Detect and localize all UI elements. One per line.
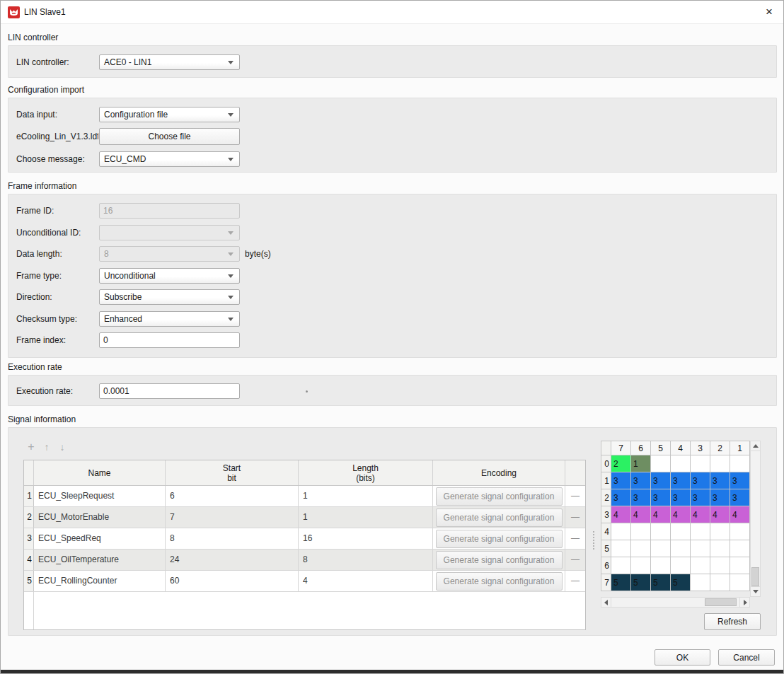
bit-grid-vertical-scrollbar[interactable] — [750, 441, 761, 597]
chevron-down-icon — [228, 296, 234, 299]
start-bit-cell[interactable]: 24 — [166, 550, 299, 570]
bit-cell — [730, 455, 750, 472]
start-bit-cell[interactable]: 60 — [166, 571, 299, 591]
signal-table: Name Startbit Length(bits) Encoding 1 EC… — [23, 460, 586, 630]
data-length-unit: byte(s) — [245, 249, 271, 259]
frame-id-input — [99, 203, 240, 219]
data-length-dropdown: 8 — [99, 246, 240, 262]
stray-dot — [306, 390, 308, 393]
lin-slave-dialog: LIN Slave1 × LIN controller LIN controll… — [0, 0, 784, 674]
choose-file-button[interactable]: Choose file — [99, 128, 240, 145]
bit-cell — [691, 455, 710, 472]
checksum-type-dropdown[interactable]: Enhanced — [99, 311, 240, 327]
choose-message-dropdown[interactable]: ECU_CMD — [99, 151, 240, 167]
scroll-up-icon[interactable] — [750, 441, 761, 451]
scroll-right-icon[interactable] — [739, 597, 750, 608]
bit-cell — [671, 455, 691, 472]
column-header-start-bit: Startbit — [166, 460, 299, 485]
start-bit-cell[interactable]: 7 — [166, 507, 299, 528]
chevron-down-icon — [228, 61, 234, 64]
refresh-button[interactable]: Refresh — [704, 613, 761, 630]
horizontal-scroll-thumb[interactable] — [705, 598, 737, 606]
lin-controller-dropdown[interactable]: ACE0 - LIN1 — [99, 54, 240, 70]
execution-rate-input[interactable] — [99, 383, 240, 399]
vertical-scroll-thumb[interactable] — [751, 567, 759, 586]
bit-cell — [691, 523, 710, 540]
cancel-button[interactable]: Cancel — [718, 649, 775, 666]
row-action-dash: — — [565, 486, 585, 506]
generate-signal-configuration-button: Generate signal configuration — [436, 572, 563, 591]
bit-grid-column-header: 3 — [691, 441, 710, 455]
scroll-left-icon[interactable] — [601, 597, 611, 608]
bit-cell: 1 — [631, 455, 651, 472]
bit-cell — [730, 574, 750, 591]
bit-cell: 4 — [710, 506, 730, 523]
row-action-dash: — — [565, 550, 585, 570]
bit-cell — [710, 455, 730, 472]
start-bit-cell[interactable]: 8 — [166, 528, 299, 549]
bit-grid-horizontal-scrollbar[interactable] — [601, 597, 750, 608]
generate-signal-configuration-button: Generate signal configuration — [436, 509, 563, 527]
frame-index-input[interactable] — [99, 332, 240, 348]
table-row: 5 ECU_RollingCounter 60 4 Generate signa… — [24, 571, 585, 592]
bit-cell: 4 — [691, 506, 710, 523]
bit-cell — [651, 540, 671, 557]
bit-grid-column-header: 6 — [631, 441, 651, 455]
start-bit-cell[interactable]: 6 — [166, 486, 299, 506]
table-row: 4 ECU_OilTemperature 24 8 Generate signa… — [24, 550, 585, 571]
table-row: 2 ECU_MotorEnable 7 1 Generate signal co… — [24, 507, 585, 528]
bit-grid-row-header: 5 — [601, 540, 611, 557]
frame-type-dropdown[interactable]: Unconditional — [99, 268, 240, 284]
bit-cell — [730, 540, 750, 557]
signal-name-cell[interactable]: ECU_OilTemperature — [34, 550, 166, 570]
bit-cell: 3 — [651, 472, 671, 489]
splitter-handle[interactable] — [593, 531, 594, 550]
signal-name-cell[interactable]: ECU_SpeedReq — [34, 528, 166, 549]
bit-grid-row-header: 1 — [601, 472, 611, 489]
bit-cell — [631, 557, 651, 574]
bit-cell — [651, 455, 671, 472]
bit-cell: 4 — [671, 506, 691, 523]
bit-cell: 4 — [611, 506, 631, 523]
length-cell[interactable]: 1 — [299, 507, 433, 528]
unconditional-id-label: Unconditional ID: — [16, 228, 81, 238]
bit-cell: 5 — [651, 574, 671, 591]
chevron-down-icon — [228, 231, 234, 235]
bit-cell — [730, 523, 750, 540]
length-cell[interactable]: 8 — [299, 550, 433, 570]
lin-controller-label: LIN controller: — [16, 57, 69, 67]
direction-dropdown[interactable]: Subscribe — [99, 289, 240, 305]
bit-grid-column-header: 7 — [611, 441, 631, 455]
bit-cell — [671, 523, 691, 540]
bit-cell — [710, 574, 730, 591]
bit-grid-row-header: 4 — [601, 523, 611, 540]
window-bottom-edge — [1, 670, 783, 673]
signal-name-cell[interactable]: ECU_MotorEnable — [34, 507, 166, 528]
signal-name-cell[interactable]: ECU_SleepRequest — [34, 486, 166, 506]
length-cell[interactable]: 16 — [299, 528, 433, 549]
bit-cell: 2 — [611, 455, 631, 472]
bit-cell: 3 — [631, 489, 651, 506]
bit-cell: 3 — [611, 472, 631, 489]
bit-cell: 3 — [710, 472, 730, 489]
chevron-down-icon — [228, 252, 234, 256]
bit-cell — [691, 574, 710, 591]
bit-cell — [611, 540, 631, 557]
length-cell[interactable]: 1 — [299, 486, 433, 506]
checksum-type-label: Checksum type: — [16, 314, 77, 324]
length-cell[interactable]: 4 — [299, 571, 433, 591]
bit-cell: 4 — [631, 506, 651, 523]
signal-name-cell[interactable]: ECU_RollingCounter — [34, 571, 166, 591]
scroll-down-icon[interactable] — [750, 586, 761, 597]
bit-cell: 3 — [671, 489, 691, 506]
data-input-dropdown[interactable]: Configuration file — [99, 107, 240, 122]
close-icon[interactable]: × — [761, 4, 778, 21]
bit-cell: 5 — [631, 574, 651, 591]
row-action-dash: — — [565, 528, 585, 549]
bit-cell — [710, 540, 730, 557]
ok-button[interactable]: OK — [655, 649, 710, 666]
bit-cell: 3 — [691, 472, 710, 489]
section-title-configuration-import: Configuration import — [8, 85, 84, 95]
unconditional-id-dropdown — [99, 225, 240, 240]
title-bar: LIN Slave1 × — [1, 1, 783, 24]
